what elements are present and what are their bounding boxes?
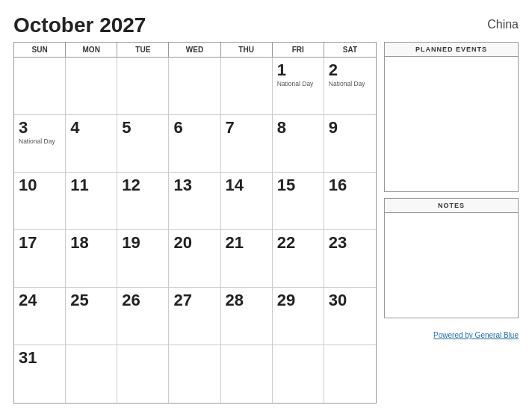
calendar-cell: 21 <box>221 230 273 288</box>
calendar-cell: 1National Day <box>273 58 324 115</box>
day-header-fri: FRI <box>273 43 324 57</box>
cell-day-number: 25 <box>70 291 88 309</box>
footer: Powered by General Blue <box>384 327 519 341</box>
calendar-cell: 4 <box>66 115 117 173</box>
cell-day-number: 11 <box>70 176 88 194</box>
cell-day-number: 16 <box>329 176 347 194</box>
calendar-cell: 29 <box>273 288 324 345</box>
cell-day-number: 26 <box>122 291 140 309</box>
cell-day-number: 22 <box>277 234 295 252</box>
calendar-cell: 9 <box>324 115 376 173</box>
cell-day-number: 4 <box>70 119 79 137</box>
footer-link[interactable]: Powered by General Blue <box>433 331 519 339</box>
calendar-cell: 16 <box>324 173 376 230</box>
day-headers: SUN MON TUE WED THU FRI SAT <box>14 43 376 58</box>
calendar-cell: 30 <box>324 288 376 345</box>
calendar-cell: 15 <box>273 173 324 230</box>
planned-events-content <box>385 57 518 191</box>
cell-day-number: 5 <box>122 119 131 137</box>
notes-box: NOTES <box>384 198 519 318</box>
cell-day-number: 15 <box>277 176 295 194</box>
day-header-wed: WED <box>169 43 220 57</box>
cell-day-number: 19 <box>122 234 140 252</box>
planned-events-title: PLANNED EVENTS <box>385 43 518 57</box>
cell-day-number: 23 <box>329 234 347 252</box>
cell-event-label: National Day <box>19 137 55 145</box>
country-title: China <box>487 18 519 31</box>
calendar-cell: 27 <box>169 288 220 345</box>
planned-events-box: PLANNED EVENTS <box>384 42 519 192</box>
cell-day-number: 28 <box>226 291 244 309</box>
month-title: October 2027 <box>13 13 146 37</box>
notes-title: NOTES <box>385 199 518 213</box>
cell-day-number: 21 <box>226 234 244 252</box>
calendar-cell: 22 <box>273 230 324 288</box>
cell-day-number: 13 <box>173 176 191 194</box>
calendar-cell <box>221 58 273 115</box>
cell-day-number: 10 <box>19 176 37 194</box>
day-header-thu: THU <box>221 43 273 57</box>
cell-day-number: 27 <box>173 291 191 309</box>
calendar-cell: 12 <box>117 173 169 230</box>
calendar-cell: 13 <box>169 173 220 230</box>
cell-day-number: 12 <box>122 176 140 194</box>
day-header-tue: TUE <box>117 43 169 57</box>
main-content: SUN MON TUE WED THU FRI SAT 1National Da… <box>13 42 519 404</box>
calendar-cell: 10 <box>14 173 66 230</box>
cell-day-number: 9 <box>329 119 338 137</box>
calendar-cell: 24 <box>14 288 66 345</box>
cell-day-number: 6 <box>173 119 182 137</box>
calendar-cell: 11 <box>66 173 117 230</box>
calendar-cell <box>169 58 220 115</box>
calendar-cell <box>273 345 324 403</box>
calendar-cell <box>169 345 220 403</box>
cell-day-number: 14 <box>226 176 244 194</box>
cell-event-label: National Day <box>329 80 365 87</box>
cell-day-number: 7 <box>226 119 235 137</box>
calendar-cell: 5 <box>117 115 169 173</box>
calendar-cell <box>66 345 117 403</box>
notes-content <box>385 213 518 318</box>
calendar-cell: 8 <box>273 115 324 173</box>
calendar-cell: 31 <box>14 345 66 403</box>
calendar-section: SUN MON TUE WED THU FRI SAT 1National Da… <box>13 42 377 404</box>
cell-day-number: 29 <box>277 291 295 309</box>
calendar-cell: 26 <box>117 288 169 345</box>
calendar-cell: 23 <box>324 230 376 288</box>
calendar-cell <box>117 345 169 403</box>
cell-day-number: 2 <box>329 61 338 79</box>
calendar-cell: 2National Day <box>324 58 376 115</box>
calendar-cell: 17 <box>14 230 66 288</box>
calendar-cell <box>14 58 66 115</box>
calendar-cell: 19 <box>117 230 169 288</box>
cell-day-number: 31 <box>19 349 37 367</box>
calendar-cell: 6 <box>169 115 220 173</box>
day-header-mon: MON <box>66 43 117 57</box>
cell-day-number: 3 <box>19 119 28 137</box>
calendar-cell <box>324 345 376 403</box>
calendar-cell <box>66 58 117 115</box>
calendar-cell <box>221 345 273 403</box>
cell-day-number: 18 <box>70 234 88 252</box>
calendar-cell: 3National Day <box>14 115 66 173</box>
header: October 2027 China <box>13 13 519 37</box>
sidebar: PLANNED EVENTS NOTES Powered by General … <box>384 42 519 404</box>
day-header-sat: SAT <box>324 43 376 57</box>
cell-event-label: National Day <box>277 80 314 87</box>
calendar-cell: 18 <box>66 230 117 288</box>
calendar-cell: 7 <box>221 115 273 173</box>
day-header-sun: SUN <box>14 43 66 57</box>
cell-day-number: 1 <box>277 61 286 79</box>
cell-day-number: 8 <box>277 119 286 137</box>
cell-day-number: 24 <box>19 291 37 309</box>
calendar-cell: 28 <box>221 288 273 345</box>
calendar-page: October 2027 China SUN MON TUE WED THU F… <box>0 0 532 411</box>
cell-day-number: 17 <box>19 234 37 252</box>
calendar-cell: 14 <box>221 173 273 230</box>
calendar-cell <box>117 58 169 115</box>
calendar-cell: 25 <box>66 288 117 345</box>
cell-day-number: 20 <box>173 234 191 252</box>
calendar-cell: 20 <box>169 230 220 288</box>
cell-day-number: 30 <box>329 291 347 309</box>
calendar-grid: 1National Day2National Day3National Day4… <box>14 58 376 403</box>
